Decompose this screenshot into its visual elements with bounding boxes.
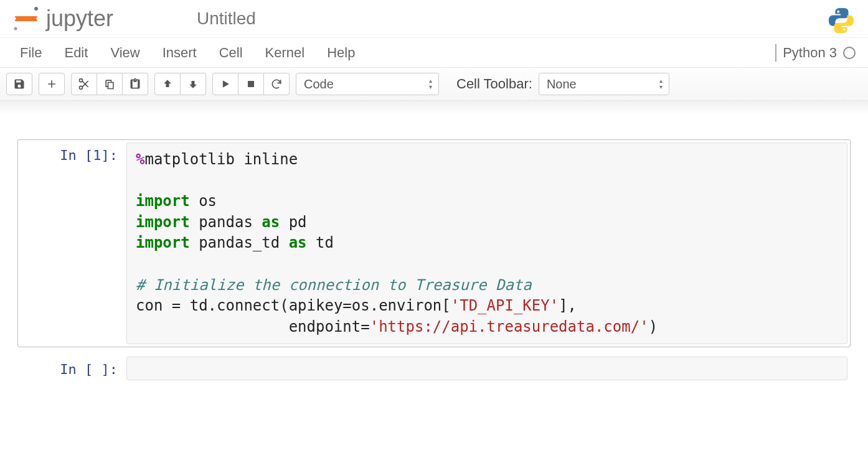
scissors-icon <box>78 78 90 90</box>
plus-icon <box>45 78 58 90</box>
input-prompt: In [1]: <box>21 143 126 344</box>
kernel-name: Python 3 <box>783 45 837 61</box>
move-up-button[interactable] <box>154 73 181 95</box>
arrow-up-icon <box>161 78 174 90</box>
notebook-title[interactable]: Untitled <box>197 9 256 29</box>
paste-icon <box>129 78 141 90</box>
toolbar: Code Cell Toolbar: None <box>0 68 868 101</box>
svg-point-2 <box>14 27 17 30</box>
code-cell[interactable]: In [ ]: <box>17 353 851 383</box>
cell-type-value: Code <box>304 77 334 91</box>
restart-button[interactable] <box>264 73 290 95</box>
refresh-icon <box>270 78 283 90</box>
cell-toolbar-select[interactable]: None <box>539 73 669 95</box>
menu-kernel[interactable]: Kernel <box>254 39 316 67</box>
notebook-container: In [1]: %matplotlib inline import os imp… <box>0 115 868 414</box>
save-button[interactable] <box>6 73 32 95</box>
jupyter-logo[interactable]: jupyter <box>11 5 179 32</box>
header: jupyter Untitled <box>0 0 868 38</box>
menu-help[interactable]: Help <box>316 39 366 67</box>
kernel-indicator: Python 3 <box>775 44 856 62</box>
menu-edit[interactable]: Edit <box>53 39 99 67</box>
menu-cell[interactable]: Cell <box>208 39 254 67</box>
copy-button[interactable] <box>97 73 123 95</box>
svg-text:jupyter: jupyter <box>45 6 113 31</box>
stop-icon <box>245 78 257 90</box>
input-prompt: In [ ]: <box>21 357 126 380</box>
separator <box>775 44 776 62</box>
play-icon <box>219 78 232 90</box>
menu-file[interactable]: File <box>12 39 53 67</box>
chevron-updown-icon <box>659 78 663 90</box>
menubar: File Edit View Insert Cell Kernel Help P… <box>0 38 868 68</box>
svg-rect-5 <box>248 81 254 87</box>
copy-icon <box>103 78 116 90</box>
cell-toolbar-value: None <box>547 77 577 91</box>
svg-marker-4 <box>223 80 229 88</box>
menu-view[interactable]: View <box>99 39 151 67</box>
kernel-status-icon <box>843 47 856 59</box>
insert-cell-button[interactable] <box>39 73 65 95</box>
code-input[interactable] <box>126 357 847 380</box>
cut-button[interactable] <box>71 73 97 95</box>
stop-button[interactable] <box>238 73 264 95</box>
cell-type-select[interactable]: Code <box>296 73 439 95</box>
run-button[interactable] <box>212 73 238 95</box>
move-down-button[interactable] <box>181 73 206 95</box>
menu-insert[interactable]: Insert <box>151 39 208 67</box>
code-cell[interactable]: In [1]: %matplotlib inline import os imp… <box>17 139 851 347</box>
paste-button[interactable] <box>123 73 148 95</box>
code-input[interactable]: %matplotlib inline import os import pand… <box>126 143 847 344</box>
save-icon <box>13 78 26 90</box>
cell-toolbar-label: Cell Toolbar: <box>456 76 532 92</box>
arrow-down-icon <box>187 78 199 90</box>
python-logo-icon <box>827 6 856 37</box>
toolbar-shadow <box>0 101 868 115</box>
svg-point-1 <box>34 7 38 11</box>
chevron-updown-icon <box>429 78 432 90</box>
